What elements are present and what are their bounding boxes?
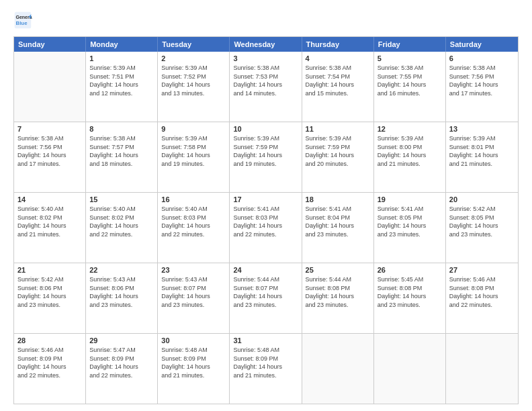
- day-number: 23: [161, 266, 226, 274]
- day-info: Sunrise: 5:40 AM Sunset: 8:03 PM Dayligh…: [161, 205, 226, 238]
- calendar-cell: 6Sunrise: 5:38 AM Sunset: 7:56 PM Daylig…: [446, 52, 518, 122]
- day-info: Sunrise: 5:39 AM Sunset: 7:59 PM Dayligh…: [306, 134, 370, 168]
- day-info: Sunrise: 5:46 AM Sunset: 8:09 PM Dayligh…: [17, 346, 82, 379]
- calendar-cell: 12Sunrise: 5:39 AM Sunset: 8:00 PM Dayli…: [374, 122, 446, 192]
- day-info: Sunrise: 5:42 AM Sunset: 8:05 PM Dayligh…: [449, 205, 515, 238]
- day-number: 12: [378, 125, 442, 133]
- calendar-cell: 3Sunrise: 5:38 AM Sunset: 7:53 PM Daylig…: [230, 52, 302, 122]
- calendar-cell: 26Sunrise: 5:45 AM Sunset: 8:08 PM Dayli…: [374, 263, 446, 333]
- day-info: Sunrise: 5:38 AM Sunset: 7:57 PM Dayligh…: [89, 134, 154, 168]
- day-number: 18: [306, 195, 370, 203]
- day-info: Sunrise: 5:48 AM Sunset: 8:09 PM Dayligh…: [161, 346, 226, 379]
- day-number: 7: [17, 125, 82, 133]
- calendar-row: 7Sunrise: 5:38 AM Sunset: 7:56 PM Daylig…: [14, 122, 518, 193]
- day-info: Sunrise: 5:40 AM Sunset: 8:02 PM Dayligh…: [17, 205, 82, 238]
- day-number: 30: [161, 336, 226, 345]
- calendar-row: 28Sunrise: 5:46 AM Sunset: 8:09 PM Dayli…: [14, 334, 518, 404]
- calendar-row: 14Sunrise: 5:40 AM Sunset: 8:02 PM Dayli…: [14, 193, 518, 263]
- day-info: Sunrise: 5:44 AM Sunset: 8:07 PM Dayligh…: [233, 275, 298, 309]
- calendar-cell: 19Sunrise: 5:41 AM Sunset: 8:05 PM Dayli…: [374, 193, 446, 263]
- calendar-cell: [374, 334, 446, 404]
- day-number: 11: [306, 125, 370, 133]
- day-number: 8: [89, 125, 154, 133]
- day-info: Sunrise: 5:38 AM Sunset: 7:55 PM Dayligh…: [378, 64, 442, 97]
- header-day-thursday: Thursday: [302, 37, 374, 52]
- day-number: 24: [233, 266, 298, 274]
- calendar-body: 1Sunrise: 5:39 AM Sunset: 7:51 PM Daylig…: [14, 52, 518, 404]
- day-info: Sunrise: 5:38 AM Sunset: 7:53 PM Dayligh…: [233, 64, 298, 97]
- calendar-cell: 8Sunrise: 5:38 AM Sunset: 7:57 PM Daylig…: [86, 122, 158, 192]
- day-info: Sunrise: 5:39 AM Sunset: 8:00 PM Dayligh…: [378, 134, 442, 168]
- calendar-cell: 29Sunrise: 5:47 AM Sunset: 8:09 PM Dayli…: [86, 334, 158, 404]
- calendar-header: SundayMondayTuesdayWednesdayThursdayFrid…: [14, 37, 518, 52]
- day-info: Sunrise: 5:41 AM Sunset: 8:03 PM Dayligh…: [233, 205, 298, 238]
- calendar-cell: 7Sunrise: 5:38 AM Sunset: 7:56 PM Daylig…: [14, 122, 86, 192]
- day-info: Sunrise: 5:43 AM Sunset: 8:06 PM Dayligh…: [89, 275, 154, 309]
- header-day-friday: Friday: [374, 37, 446, 52]
- calendar-cell: 17Sunrise: 5:41 AM Sunset: 8:03 PM Dayli…: [230, 193, 302, 263]
- day-number: 16: [161, 195, 226, 203]
- calendar-cell: 2Sunrise: 5:39 AM Sunset: 7:52 PM Daylig…: [158, 52, 230, 122]
- day-number: 6: [449, 54, 515, 62]
- calendar-cell: [14, 52, 86, 122]
- day-number: 4: [306, 54, 370, 62]
- calendar-cell: 16Sunrise: 5:40 AM Sunset: 8:03 PM Dayli…: [158, 193, 230, 263]
- calendar-cell: 18Sunrise: 5:41 AM Sunset: 8:04 PM Dayli…: [302, 193, 374, 263]
- day-info: Sunrise: 5:42 AM Sunset: 8:06 PM Dayligh…: [17, 275, 82, 309]
- calendar-cell: [446, 334, 518, 404]
- day-number: 28: [17, 336, 82, 345]
- day-number: 17: [233, 195, 298, 203]
- calendar-cell: [302, 334, 374, 404]
- day-number: 10: [233, 125, 298, 133]
- day-number: 14: [17, 195, 82, 203]
- svg-text:Blue: Blue: [16, 20, 28, 26]
- day-info: Sunrise: 5:39 AM Sunset: 7:59 PM Dayligh…: [233, 134, 298, 168]
- day-info: Sunrise: 5:45 AM Sunset: 8:08 PM Dayligh…: [378, 275, 442, 309]
- day-info: Sunrise: 5:39 AM Sunset: 7:51 PM Dayligh…: [89, 64, 154, 97]
- day-number: 2: [161, 54, 226, 62]
- day-info: Sunrise: 5:39 AM Sunset: 7:52 PM Dayligh…: [161, 64, 226, 97]
- day-number: 5: [378, 54, 442, 62]
- day-info: Sunrise: 5:38 AM Sunset: 7:56 PM Dayligh…: [17, 134, 82, 168]
- day-info: Sunrise: 5:47 AM Sunset: 8:09 PM Dayligh…: [89, 346, 154, 379]
- day-info: Sunrise: 5:41 AM Sunset: 8:04 PM Dayligh…: [306, 205, 370, 238]
- calendar-cell: 4Sunrise: 5:38 AM Sunset: 7:54 PM Daylig…: [302, 52, 374, 122]
- page: General Blue SundayMondayTuesdayWednesda…: [0, 0, 532, 411]
- header-day-tuesday: Tuesday: [158, 37, 230, 52]
- calendar-row: 1Sunrise: 5:39 AM Sunset: 7:51 PM Daylig…: [14, 52, 518, 122]
- calendar-cell: 20Sunrise: 5:42 AM Sunset: 8:05 PM Dayli…: [446, 193, 518, 263]
- day-number: 9: [161, 125, 226, 133]
- calendar-cell: 15Sunrise: 5:40 AM Sunset: 8:02 PM Dayli…: [86, 193, 158, 263]
- day-info: Sunrise: 5:38 AM Sunset: 7:56 PM Dayligh…: [449, 64, 515, 97]
- calendar-cell: 27Sunrise: 5:46 AM Sunset: 8:08 PM Dayli…: [446, 263, 518, 333]
- calendar-row: 21Sunrise: 5:42 AM Sunset: 8:06 PM Dayli…: [14, 263, 518, 334]
- calendar-cell: 21Sunrise: 5:42 AM Sunset: 8:06 PM Dayli…: [14, 263, 86, 333]
- calendar-cell: 10Sunrise: 5:39 AM Sunset: 7:59 PM Dayli…: [230, 122, 302, 192]
- day-number: 29: [89, 336, 154, 345]
- logo-icon: General Blue: [13, 11, 32, 30]
- day-number: 26: [378, 266, 442, 274]
- day-number: 1: [89, 54, 154, 62]
- header-day-monday: Monday: [86, 37, 158, 52]
- day-info: Sunrise: 5:48 AM Sunset: 8:09 PM Dayligh…: [233, 346, 298, 379]
- header-day-sunday: Sunday: [14, 37, 86, 52]
- day-info: Sunrise: 5:39 AM Sunset: 7:58 PM Dayligh…: [161, 134, 226, 168]
- day-number: 20: [449, 195, 515, 203]
- calendar-cell: 5Sunrise: 5:38 AM Sunset: 7:55 PM Daylig…: [374, 52, 446, 122]
- calendar-cell: 23Sunrise: 5:43 AM Sunset: 8:07 PM Dayli…: [158, 263, 230, 333]
- day-info: Sunrise: 5:46 AM Sunset: 8:08 PM Dayligh…: [449, 275, 515, 309]
- day-info: Sunrise: 5:38 AM Sunset: 7:54 PM Dayligh…: [306, 64, 370, 97]
- header-day-saturday: Saturday: [446, 37, 518, 52]
- calendar-cell: 13Sunrise: 5:39 AM Sunset: 8:01 PM Dayli…: [446, 122, 518, 192]
- calendar-cell: 11Sunrise: 5:39 AM Sunset: 7:59 PM Dayli…: [302, 122, 374, 192]
- calendar-cell: 25Sunrise: 5:44 AM Sunset: 8:08 PM Dayli…: [302, 263, 374, 333]
- day-number: 13: [449, 125, 515, 133]
- header-day-wednesday: Wednesday: [230, 37, 302, 52]
- day-info: Sunrise: 5:40 AM Sunset: 8:02 PM Dayligh…: [89, 205, 154, 238]
- header: General Blue: [13, 11, 519, 30]
- calendar-cell: 30Sunrise: 5:48 AM Sunset: 8:09 PM Dayli…: [158, 334, 230, 404]
- day-info: Sunrise: 5:39 AM Sunset: 8:01 PM Dayligh…: [449, 134, 515, 168]
- day-number: 3: [233, 54, 298, 62]
- day-info: Sunrise: 5:44 AM Sunset: 8:08 PM Dayligh…: [306, 275, 370, 309]
- calendar-cell: 1Sunrise: 5:39 AM Sunset: 7:51 PM Daylig…: [86, 52, 158, 122]
